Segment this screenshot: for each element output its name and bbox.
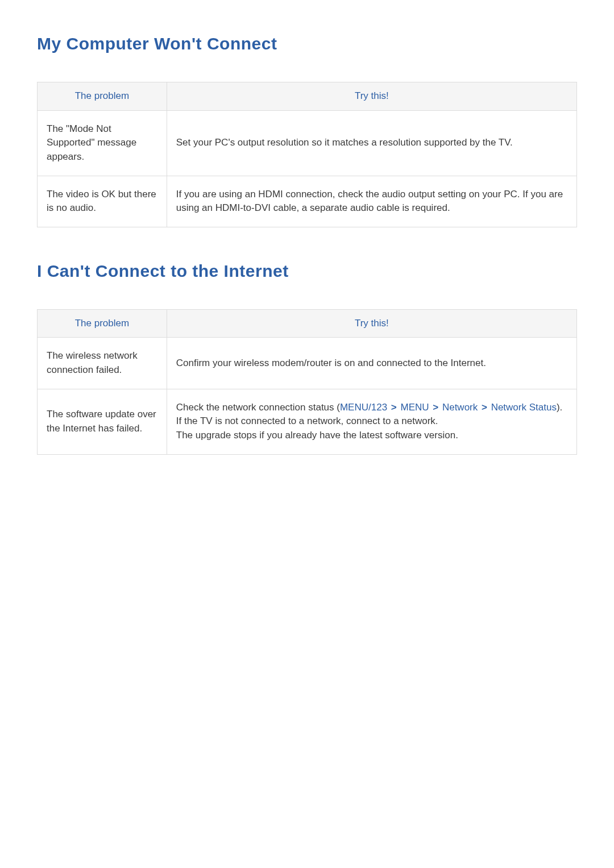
section-heading-2: I Can't Connect to the Internet [37, 261, 577, 281]
table2-header-problem: The problem [38, 309, 167, 338]
chevron-right-icon: > [429, 402, 442, 413]
table1-header-try: Try this! [167, 82, 576, 111]
menu-path-step-0: MENU/123 [340, 402, 387, 413]
table1-row1-try: If you are using an HDMI connection, che… [167, 176, 576, 227]
table1-row0-problem: The "Mode Not Supported" message appears… [38, 110, 167, 176]
try-line3: The upgrade stops if you already have th… [176, 430, 458, 441]
table-row: The wireless network connection failed. … [38, 338, 577, 389]
table1-row0-try: Set your PC's output resolution so it ma… [167, 110, 576, 176]
troubleshoot-table-2: The problem Try this! The wireless netwo… [37, 309, 577, 455]
table1-row1-problem: The video is OK but there is no audio. [38, 176, 167, 227]
table-row: The software update over the Internet ha… [38, 389, 577, 454]
chevron-right-icon: > [478, 402, 491, 413]
try-line2: If the TV is not connected to a network,… [176, 416, 438, 426]
table2-row1-problem: The software update over the Internet ha… [38, 389, 167, 454]
try-prefix: Check the network connection status ( [176, 402, 340, 413]
table2-row1-try: Check the network connection status (MEN… [167, 389, 576, 454]
try-suffix-paren: ). [557, 402, 562, 413]
troubleshoot-table-1: The problem Try this! The "Mode Not Supp… [37, 82, 577, 227]
table-row: The "Mode Not Supported" message appears… [38, 110, 577, 176]
table-row: The video is OK but there is no audio. I… [38, 176, 577, 227]
menu-path-step-3: Network Status [491, 402, 557, 413]
table1-header-problem: The problem [38, 82, 167, 111]
menu-path-step-2: Network [442, 402, 478, 413]
table2-row0-try: Confirm your wireless modem/router is on… [167, 338, 576, 389]
table2-header-try: Try this! [167, 309, 576, 338]
section-heading-1: My Computer Won't Connect [37, 34, 577, 53]
menu-path-step-1: MENU [400, 402, 429, 413]
table2-row0-problem: The wireless network connection failed. [38, 338, 167, 389]
chevron-right-icon: > [387, 402, 400, 413]
